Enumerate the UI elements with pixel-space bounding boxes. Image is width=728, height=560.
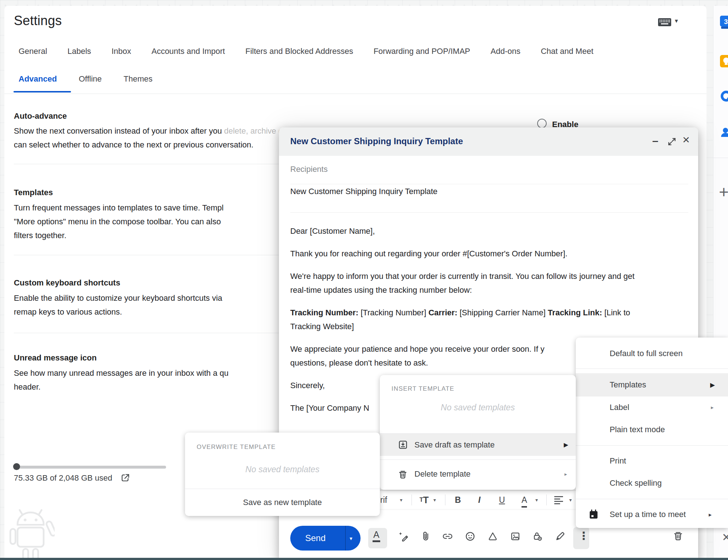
formatting-options-button[interactable]: A bbox=[373, 529, 380, 542]
get-addons-plus-icon[interactable]: + bbox=[719, 182, 728, 202]
label-submenu-arrow-icon: ▸ bbox=[711, 397, 714, 418]
calendar-sidebar-icon[interactable]: 3 bbox=[720, 15, 728, 29]
font-size-caret-icon[interactable]: ▾ bbox=[433, 491, 436, 509]
svg-text:3: 3 bbox=[724, 18, 728, 25]
open-in-new-icon[interactable] bbox=[120, 473, 130, 483]
recipients-field[interactable]: Recipients bbox=[290, 165, 328, 174]
font-family-caret-icon[interactable]: ▾ bbox=[400, 491, 402, 509]
menu-divider bbox=[576, 368, 728, 369]
underline-button[interactable]: U bbox=[499, 491, 505, 509]
tab-labels[interactable]: Labels bbox=[67, 47, 91, 56]
send-button[interactable]: Send ▾ bbox=[290, 526, 361, 551]
storage-progress-track bbox=[14, 466, 166, 469]
tracking-link-label: Tracking Link: bbox=[548, 308, 602, 317]
menu-divider bbox=[576, 445, 728, 446]
menu-divider bbox=[380, 460, 576, 460]
storage-progress-knob[interactable] bbox=[13, 463, 20, 470]
settings-tabbar-primary: General Labels Inbox Accounts and Import… bbox=[19, 47, 593, 56]
enable-radio[interactable] bbox=[537, 119, 547, 128]
open-in-full-icon[interactable] bbox=[667, 137, 677, 146]
shortcuts-desc-line2: remap keys to various actions. bbox=[14, 305, 122, 319]
confidential-mode-icon[interactable] bbox=[532, 531, 543, 542]
menu-item-default-full-screen[interactable]: Default to full screen bbox=[610, 343, 683, 364]
font-size-button[interactable]: TT bbox=[420, 491, 429, 509]
active-tab-underline bbox=[13, 91, 71, 92]
menu-item-plain-text-mode[interactable]: Plain text mode bbox=[610, 418, 665, 441]
storage-usage-text: 75.33 GB of 2,048 GB used bbox=[14, 473, 112, 483]
keep-sidebar-icon[interactable] bbox=[720, 55, 728, 68]
menu-item-save-as-new-template[interactable]: Save as new template bbox=[185, 489, 380, 516]
menu-item-delete-template[interactable]: Delete template bbox=[414, 462, 471, 486]
android-robot-watermark bbox=[7, 505, 55, 560]
carrier-label: Carrier: bbox=[428, 308, 457, 317]
menu-item-label[interactable]: Label bbox=[610, 397, 629, 418]
save-draft-arrow-icon: ▶ bbox=[564, 434, 568, 456]
discard-draft-icon[interactable] bbox=[672, 530, 683, 541]
compose-more-options-menu: Default to full screen Templates ▶ Label… bbox=[576, 338, 728, 528]
compose-divider bbox=[290, 184, 688, 184]
tab-chat-meet[interactable]: Chat and Meet bbox=[541, 47, 593, 56]
tab-offline[interactable]: Offline bbox=[79, 74, 102, 84]
tab-themes[interactable]: Themes bbox=[123, 74, 152, 84]
insert-from-drive-icon[interactable] bbox=[487, 531, 498, 542]
tab-addons[interactable]: Add-ons bbox=[491, 47, 520, 56]
tracking-link-value: [Link to bbox=[602, 308, 630, 317]
menu-item-print[interactable]: Print bbox=[610, 450, 626, 472]
align-button[interactable] bbox=[554, 491, 564, 509]
text-color-caret-icon[interactable]: ▾ bbox=[535, 491, 538, 509]
tab-forwarding-pop-imap[interactable]: Forwarding and POP/IMAP bbox=[374, 47, 470, 56]
tab-inbox[interactable]: Inbox bbox=[111, 47, 131, 56]
tab-filters-blocked[interactable]: Filters and Blocked Addresses bbox=[245, 47, 353, 56]
tasks-sidebar-icon[interactable] bbox=[720, 90, 728, 103]
insert-photo-icon[interactable] bbox=[510, 531, 521, 542]
menu-item-save-draft-as-template[interactable]: Save draft as template bbox=[414, 434, 495, 456]
auto-advance-desc-visible: Show the next conversation instead of yo… bbox=[14, 126, 224, 135]
compose-divider bbox=[290, 212, 688, 213]
insert-emoji-icon[interactable] bbox=[465, 531, 476, 542]
subject-field[interactable]: New Customer Shipping Inquiry Template bbox=[290, 187, 437, 196]
templates-desc-line1: Turn frequent messages into templates to… bbox=[14, 201, 224, 215]
unread-desc-line1: See how many unread messages are in your… bbox=[14, 366, 228, 380]
font-family-selector[interactable]: rif bbox=[380, 491, 387, 509]
body-line-tracking: Tracking Number: [Tracking Number] Carri… bbox=[290, 306, 634, 320]
more-send-options-icon[interactable]: ⋮ bbox=[578, 529, 589, 542]
tab-accounts-import[interactable]: Accounts and Import bbox=[151, 47, 225, 56]
size-big-t: T bbox=[423, 495, 429, 505]
tabbar-divider bbox=[4, 94, 707, 94]
signature-pen-icon[interactable] bbox=[555, 531, 566, 542]
text-color-button[interactable]: A bbox=[522, 494, 527, 508]
overwrite-no-saved-templates: No saved templates bbox=[185, 465, 380, 474]
shortcuts-heading: Custom keyboard shortcuts bbox=[14, 278, 120, 288]
overwrite-template-header: OVERWRITE TEMPLATE bbox=[197, 443, 276, 451]
tab-advanced[interactable]: Advanced bbox=[19, 74, 57, 84]
italic-button[interactable]: I bbox=[478, 491, 480, 509]
side-panel-close-icon[interactable]: ✕ bbox=[722, 531, 728, 544]
side-panel-divider bbox=[713, 158, 728, 158]
input-tools-keyboard-icon[interactable] bbox=[658, 17, 672, 27]
meet-submenu-arrow-icon: ▸ bbox=[709, 504, 712, 525]
close-icon[interactable]: × bbox=[682, 133, 690, 147]
bold-button[interactable]: B bbox=[455, 491, 461, 509]
help-me-write-icon[interactable] bbox=[398, 531, 409, 542]
send-label: Send bbox=[305, 533, 326, 543]
menu-item-check-spelling[interactable]: Check spelling bbox=[610, 472, 662, 494]
attach-file-icon[interactable] bbox=[420, 531, 431, 542]
save-draft-submenu: OVERWRITE TEMPLATE No saved templates Sa… bbox=[185, 433, 380, 516]
auto-advance-heading: Auto-advance bbox=[14, 111, 67, 121]
body-line: real-time updates using the tracking num… bbox=[290, 283, 634, 297]
templates-heading: Templates bbox=[14, 188, 53, 197]
compose-header[interactable]: New Customer Shipping Inquiry Template –… bbox=[279, 127, 698, 156]
insert-link-icon[interactable] bbox=[442, 531, 453, 542]
input-tools-caret-icon[interactable]: ▾ bbox=[675, 17, 678, 25]
menu-item-set-up-time-to-meet[interactable]: Set up a time to meet bbox=[610, 504, 686, 525]
settings-tabbar-secondary: Advanced Offline Themes bbox=[19, 74, 153, 84]
send-options-caret-icon[interactable]: ▾ bbox=[350, 535, 353, 542]
shortcuts-desc-line1: Enable the ability to customize your key… bbox=[14, 291, 222, 305]
contacts-sidebar-icon[interactable] bbox=[720, 126, 728, 139]
menu-item-templates[interactable]: Templates bbox=[610, 373, 646, 397]
align-caret-icon[interactable]: ▾ bbox=[569, 491, 572, 509]
body-line: Thank you for reaching out regarding you… bbox=[290, 247, 634, 261]
tab-general[interactable]: General bbox=[19, 47, 47, 56]
menu-divider bbox=[576, 499, 728, 499]
minimize-icon[interactable]: – bbox=[652, 135, 658, 147]
